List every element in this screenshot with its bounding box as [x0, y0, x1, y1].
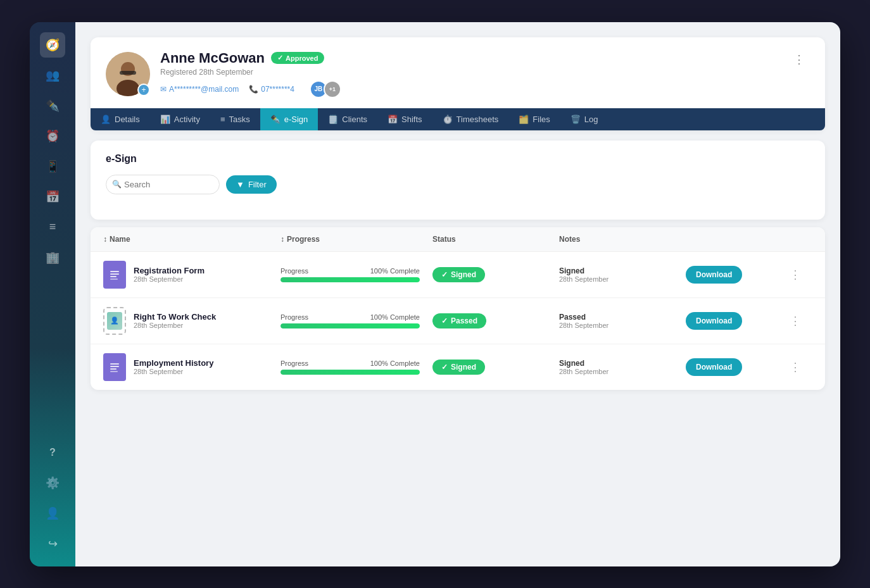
profile-header: + Anne McGowan ✓ Approved Registered 28t… — [106, 50, 810, 98]
notes-main: Passed — [559, 313, 686, 322]
doc-name: Registration Form — [134, 266, 205, 275]
sidebar-icon-mobile[interactable]: 📱 — [40, 154, 65, 179]
esign-section: e-Sign 🔍 ▼ Filter — [91, 141, 825, 220]
notes-cell: Passed 28th September — [559, 313, 686, 329]
document-icon — [103, 353, 126, 381]
tab-tasks[interactable]: ≡ Tasks — [210, 108, 260, 130]
row-options-button[interactable]: ⋮ — [787, 311, 804, 330]
doc-name-cell: Registration Form 28th September — [103, 261, 281, 289]
profile-more-options-button[interactable]: ⋮ — [788, 50, 810, 69]
progress-label-row: Progress 100% Complete — [281, 360, 420, 367]
profile-contacts: ✉ A*********@mail.com 📞 07*******4 JB +1 — [160, 80, 810, 98]
sidebar-icon-signature[interactable]: ✒️ — [40, 93, 65, 118]
notes-date: 28th September — [559, 368, 686, 375]
action-cell: Download — [686, 358, 787, 376]
sidebar-icon-list[interactable]: ≡ — [40, 215, 65, 240]
notes-main: Signed — [559, 266, 686, 275]
tab-activity[interactable]: 📊 Activity — [150, 108, 210, 130]
esign-title: e-Sign — [106, 153, 810, 165]
mini-avatar-plus: +1 — [324, 80, 341, 98]
row-options-button[interactable]: ⋮ — [787, 358, 804, 377]
email-icon: ✉ — [160, 85, 167, 94]
sidebar-icon-clock[interactable]: ⏰ — [40, 123, 65, 149]
action-cell: Download — [686, 312, 787, 330]
profile-email: ✉ A*********@mail.com — [160, 85, 239, 94]
document-icon — [103, 261, 126, 289]
check-icon: ✓ — [441, 363, 448, 372]
status-badge-passed: ✓ Passed — [432, 313, 486, 328]
filter-button[interactable]: ▼ Filter — [226, 175, 277, 194]
shifts-tab-icon: 📅 — [388, 115, 398, 124]
row-options-button[interactable]: ⋮ — [787, 265, 804, 284]
doc-name-info: Right To Work Check 28th September — [134, 312, 216, 329]
notes-date: 28th September — [559, 275, 686, 283]
profile-name-row: Anne McGowan ✓ Approved — [160, 50, 810, 66]
progress-bar-fill — [281, 277, 420, 282]
svg-rect-10 — [110, 363, 119, 365]
svg-rect-6 — [110, 273, 119, 275]
rtw-document-icon: 👤 — [103, 307, 126, 335]
tab-timesheets[interactable]: ⏱️ Timesheets — [432, 108, 509, 130]
sidebar-icon-user[interactable]: 👤 — [40, 501, 65, 526]
table-row: 👤 Right To Work Check 28th September Pro… — [91, 298, 825, 344]
status-badge: ✓ Approved — [271, 52, 324, 64]
options-cell: ⋮ — [787, 265, 812, 284]
notes-main: Signed — [559, 359, 686, 368]
tabs-bar: 👤 Details 📊 Activity ≡ Tasks ✒️ e-Sign 🗒… — [91, 108, 825, 130]
progress-label: Progress — [281, 267, 308, 275]
sidebar-icon-compass[interactable]: 🧭 — [40, 32, 65, 58]
activity-tab-icon: 📊 — [160, 115, 170, 124]
search-input[interactable] — [106, 175, 220, 194]
tab-clients[interactable]: 🗒️ Clients — [318, 108, 377, 130]
progress-bar-bg — [281, 277, 420, 282]
table-row: Registration Form 28th September Progres… — [91, 252, 825, 298]
progress-label-row: Progress 100% Complete — [281, 313, 420, 321]
progress-label-row: Progress 100% Complete — [281, 267, 420, 275]
sidebar-icon-calendar[interactable]: 📅 — [40, 184, 65, 210]
options-cell: ⋮ — [787, 311, 812, 330]
doc-name-info: Employment History 28th September — [134, 358, 213, 375]
svg-rect-11 — [110, 366, 119, 367]
col-header-options — [787, 235, 812, 244]
tab-shifts[interactable]: 📅 Shifts — [377, 108, 432, 130]
progress-bar-fill — [281, 323, 420, 328]
svg-rect-7 — [110, 276, 117, 277]
action-cell: Download — [686, 266, 787, 284]
tab-details[interactable]: 👤 Details — [91, 108, 150, 130]
profile-name: Anne McGowan — [160, 50, 265, 66]
download-button[interactable]: Download — [686, 266, 742, 284]
progress-cell: Progress 100% Complete — [281, 313, 432, 328]
tab-log[interactable]: 🗑️ Log — [560, 108, 608, 130]
doc-date: 28th September — [134, 275, 205, 283]
tab-files[interactable]: 🗂️ Files — [508, 108, 560, 130]
svg-rect-8 — [110, 278, 118, 280]
sidebar-icon-people[interactable]: 👥 — [40, 63, 65, 88]
doc-name-info: Registration Form 28th September — [134, 266, 205, 283]
status-cell: ✓ Signed — [432, 267, 559, 282]
sidebar-icon-logout[interactable]: ↪ — [40, 531, 65, 556]
doc-name: Employment History — [134, 358, 213, 368]
sidebar: 🧭 👥 ✒️ ⏰ 📱 📅 ≡ 🏢 ? ⚙️ 👤 ↪ — [30, 22, 75, 566]
avatar-wrapper: + — [106, 52, 150, 96]
doc-name-cell: 👤 Right To Work Check 28th September — [103, 307, 281, 335]
sidebar-icon-help[interactable]: ? — [40, 440, 65, 465]
download-button[interactable]: Download — [686, 312, 742, 330]
svg-rect-12 — [110, 368, 117, 370]
table-row: Employment History 28th September Progre… — [91, 344, 825, 390]
sidebar-icon-settings[interactable]: ⚙️ — [40, 470, 65, 496]
sidebar-icon-building[interactable]: 🏢 — [40, 245, 65, 270]
search-filter-row: 🔍 ▼ Filter — [106, 175, 810, 194]
svg-rect-13 — [110, 371, 118, 372]
profile-info: Anne McGowan ✓ Approved Registered 28th … — [160, 50, 810, 98]
profile-card: + Anne McGowan ✓ Approved Registered 28t… — [91, 37, 825, 130]
col-header-action — [686, 235, 787, 244]
download-button[interactable]: Download — [686, 358, 742, 376]
progress-label: Progress — [281, 360, 308, 367]
avatar-add-btn[interactable]: + — [137, 84, 150, 96]
tab-esign[interactable]: ✒️ e-Sign — [260, 108, 318, 130]
progress-bar-bg — [281, 323, 420, 328]
details-tab-icon: 👤 — [101, 115, 111, 124]
progress-label: Progress — [281, 313, 308, 321]
profile-registered: Registered 28th September — [160, 68, 810, 77]
progress-bar-bg — [281, 370, 420, 375]
